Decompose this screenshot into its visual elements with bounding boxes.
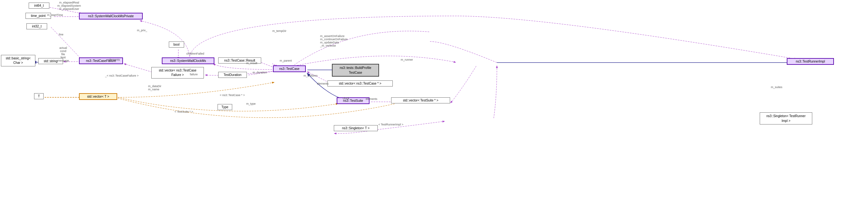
node-std-string-label: std::string [44, 59, 57, 63]
label-failure: failure [190, 73, 198, 76]
node-int32_t[interactable]: int32_t [26, 23, 47, 29]
node-build-profile-test-case[interactable]: ns3::tests::BuildProfileTestCase [332, 64, 379, 77]
label-m-runner: m_runner [401, 58, 413, 61]
label-m-assert-on-failure: m_assertOnFailure m_continueOnFailure m_… [320, 34, 347, 47]
label-m-parent: m_parent [280, 59, 292, 62]
node-std-basic-string-label: std::basic_string<Char > [6, 56, 31, 64]
node-build-profile-test-case-label: ns3::tests::BuildProfileTestCase [340, 66, 371, 74]
label-clock: clock [343, 97, 349, 100]
label-m-start-time: m_startTime [47, 13, 63, 17]
node-test-suite[interactable]: ns3::TestSuite [337, 97, 370, 104]
node-test-runner-impl-label: ns3::TestRunnerImpl [796, 60, 825, 63]
label-test-case-failure-ref: _< ns3::TestCaseFailure > [105, 74, 138, 77]
label-m-elapsed: m_elapsedReal m_elapsedSystem m_elapsedU… [57, 1, 81, 10]
label-children-failed: childrenFailed [186, 52, 204, 55]
label-ns3-testcase-ptr: < ns3::TestCase * > [220, 93, 245, 97]
node-test-duration-label: TestDuration [224, 73, 242, 77]
node-int32_t-label: int32_t [32, 25, 41, 28]
label-m-temp-dir: m_tempDir [272, 29, 286, 32]
node-test-case-label: ns3::TestCase [279, 67, 300, 71]
node-std-vector-test-case-ptr-label: std::vector< ns3::TestCase * > [339, 82, 381, 85]
label-m-suites: m_suites [771, 85, 782, 89]
label-line: line [59, 33, 63, 36]
node-test-case[interactable]: ns3::TestCase [273, 65, 306, 72]
node-std-vector-test-case-ptr[interactable]: std::vector< ns3::TestCase * > [328, 80, 393, 86]
node-type-label: Type [221, 105, 228, 109]
diagram-container: int64_t time_point int32_t ns3::SystemWa… [0, 0, 868, 218]
label-m-children: m_children [304, 74, 317, 77]
node-int64_t[interactable]: int64_t [29, 3, 50, 9]
node-singleton-t[interactable]: ns3::Singleton< T > [334, 125, 378, 131]
node-bool-label: bool [174, 43, 180, 46]
node-std-basic-string[interactable]: std::basic_string<Char > [1, 55, 35, 66]
node-t[interactable]: T [34, 93, 44, 99]
label-m-priv: m_priv_ [137, 29, 147, 32]
label-m-result: m_result [246, 62, 257, 65]
node-time_point-label: time_point [31, 14, 45, 18]
node-bool[interactable]: bool [169, 42, 184, 48]
arrows-svg [0, 0, 868, 218]
node-t-label: T [38, 94, 40, 98]
label-m-type: m_type [246, 102, 256, 105]
node-singleton-test-runner-impl[interactable]: ns3::Singleton< TestRunnerImpl > [760, 112, 812, 125]
node-singleton-t-label: ns3::Singleton< T > [342, 127, 370, 130]
label-elements-2: elements [317, 82, 329, 85]
svg-line-6 [124, 64, 154, 73]
label-m-duration: m_duration [253, 71, 267, 74]
label-test-suite-ptr: < TestSuite * > [175, 110, 193, 113]
node-test-runner-impl[interactable]: ns3::TestRunnerImpl [787, 58, 834, 65]
node-systemwallclockms-private[interactable]: ns3::SystemWallClockMsPrivate [79, 13, 143, 20]
node-test-duration[interactable]: TestDuration [218, 72, 247, 78]
node-std-vector-t-label: std::vector< T > [87, 95, 109, 98]
node-int64_t-label: int64_t [34, 4, 44, 7]
node-singleton-test-runner-impl-label: ns3::Singleton< TestRunnerImpl > [766, 114, 806, 122]
node-std-vector-test-suite-ptr-label: std::vector< TestSuite * > [403, 99, 438, 102]
node-systemwallclockms-private-label: ns3::SystemWallClockMsPrivate [88, 15, 134, 18]
label-elements-1: elements [108, 58, 120, 61]
node-systemwallclockms-label: ns3::SystemWallClockMs [170, 59, 206, 62]
label-elements-3: elements [366, 97, 377, 101]
node-systemwallclockms[interactable]: ns3::SystemWallClockMs [162, 57, 214, 64]
node-std-vector-test-suite-ptr[interactable]: std::vector< TestSuite * > [391, 97, 450, 103]
label-m-datadir: m_dataDir m_name [148, 85, 161, 91]
label-actual-cond: actual cond file limit message [57, 46, 69, 62]
label-test-runner-impl-ref: < TestRunnerImpl > [378, 123, 403, 126]
node-std-vector-t[interactable]: std::vector< T > [79, 93, 117, 100]
node-type[interactable]: Type [218, 104, 232, 110]
